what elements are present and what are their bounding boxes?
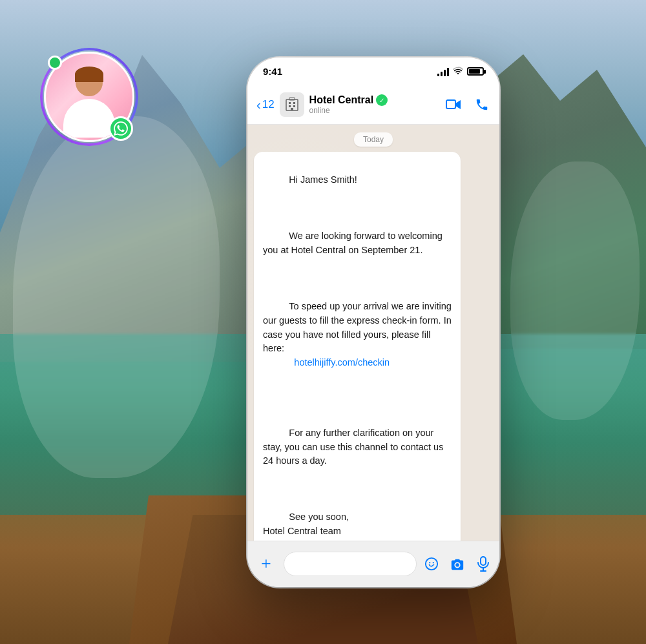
input-actions: [423, 556, 492, 572]
verified-badge-icon: ✓: [376, 94, 388, 106]
message-text: Hi James Smith! We are looking forward t…: [263, 160, 452, 541]
whatsapp-icon: [114, 121, 128, 136]
message-input[interactable]: [284, 552, 417, 576]
back-chevron-icon: ‹: [256, 98, 261, 111]
back-button[interactable]: ‹ 12: [256, 98, 275, 111]
message-paragraph2-pre: To speed up your arrival we are inviting…: [263, 301, 454, 353]
svg-point-9: [429, 562, 430, 563]
message-greeting: Hi James Smith!: [289, 174, 357, 185]
message-paragraph1: We are looking forward to welcoming you …: [263, 231, 445, 255]
message-sign-off: See you soon, Hotel Central team: [263, 512, 349, 536]
phone-call-button[interactable]: [474, 96, 490, 113]
svg-rect-1: [289, 102, 291, 104]
header-name-row: Hotel Central ✓: [309, 94, 440, 106]
svg-point-8: [426, 558, 437, 570]
add-attachment-button[interactable]: +: [255, 553, 277, 575]
svg-rect-4: [293, 105, 295, 107]
signal-bars-icon: [437, 67, 449, 76]
status-time: 9:41: [263, 66, 282, 77]
wifi-icon: [453, 67, 463, 77]
microphone-button[interactable]: [475, 556, 492, 572]
svg-rect-7: [446, 100, 455, 109]
blob-left: [13, 116, 220, 478]
online-status-dot: [48, 56, 62, 70]
svg-rect-3: [289, 105, 291, 107]
back-count: 12: [262, 98, 275, 111]
message-bubble: Hi James Smith! We are looking forward t…: [254, 152, 461, 541]
whatsapp-badge: [109, 116, 133, 141]
date-badge: Today: [354, 132, 393, 147]
svg-rect-12: [481, 557, 486, 565]
svg-point-10: [433, 562, 434, 563]
svg-rect-5: [291, 108, 293, 110]
message-link[interactable]: hotelhijiffy.com/checkin: [263, 357, 390, 382]
message-paragraph3: For any further clarification on your st…: [263, 428, 446, 466]
signal-bar-2: [441, 72, 443, 76]
svg-point-11: [455, 563, 459, 567]
battery-icon: [467, 67, 484, 76]
signal-bar-4: [447, 68, 449, 76]
camera-button[interactable]: [449, 556, 466, 572]
chat-body: Today Hi James Smith! We are looking for…: [247, 125, 499, 541]
person-head: [76, 69, 103, 96]
person-hair: [75, 67, 103, 82]
sticker-button[interactable]: [423, 556, 440, 572]
status-icons: [437, 67, 484, 77]
header-actions: [445, 96, 490, 113]
svg-rect-2: [293, 102, 295, 104]
header-status: online: [309, 106, 440, 115]
input-bar: +: [247, 541, 499, 587]
hotel-building-icon: [284, 97, 300, 112]
video-call-button[interactable]: [445, 96, 462, 113]
signal-bar-3: [444, 70, 446, 76]
header-info: Hotel Central ✓ online: [309, 94, 440, 115]
signal-bar-1: [437, 74, 439, 76]
blob-right: [510, 161, 640, 420]
scene: 9:41: [0, 0, 646, 644]
person-body: [63, 99, 115, 138]
hotel-name: Hotel Central: [309, 94, 374, 106]
status-bar: 9:41: [247, 57, 499, 86]
plus-icon: +: [261, 555, 271, 573]
phone-device: 9:41: [247, 57, 499, 587]
chat-header: ‹ 12 Hotel Central ✓: [247, 86, 499, 125]
user-avatar-container: [44, 52, 134, 142]
battery-fill: [469, 69, 480, 74]
hotel-avatar: [280, 92, 304, 117]
